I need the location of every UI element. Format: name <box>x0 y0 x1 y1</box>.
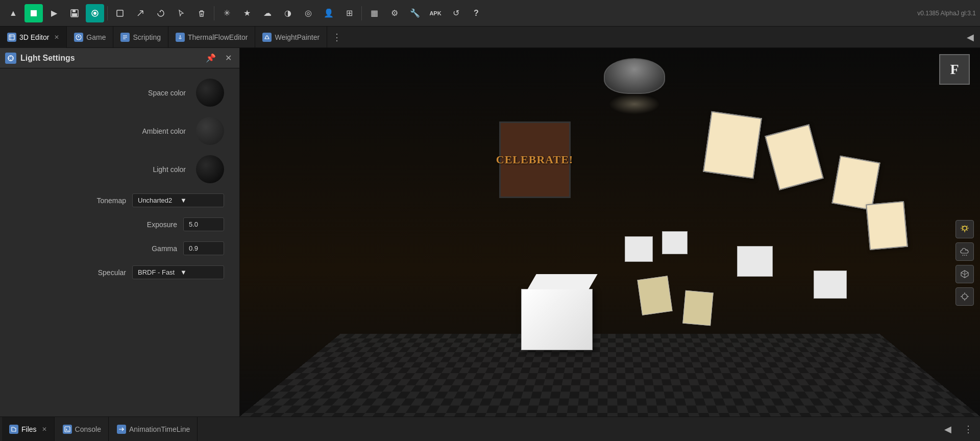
gear-button[interactable]: ⚙ <box>385 4 404 22</box>
tab-scripting[interactable]: Scripting <box>113 27 168 48</box>
viewport-tools <box>955 220 974 306</box>
bar-chart-button[interactable]: ▦ <box>365 4 383 22</box>
tab-weight[interactable]: WeightPainter <box>255 27 327 48</box>
tab-game-icon <box>74 33 83 42</box>
tabs-more-button[interactable]: ⋮ <box>327 32 347 43</box>
files-close-button[interactable]: ✕ <box>42 426 47 433</box>
play-button[interactable]: ▶ <box>45 4 63 22</box>
tab-weight-icon <box>262 33 272 42</box>
person-button[interactable]: 👤 <box>320 4 338 22</box>
tonemap-value: Uncharted2 <box>138 197 176 204</box>
sep2 <box>214 6 214 20</box>
version-label: v0.1385 AlphaJ gl:3.1 <box>917 10 976 17</box>
tab-3d-label: 3D Editor <box>19 33 49 41</box>
svg-point-5 <box>93 12 96 15</box>
tab-thermal-icon <box>176 33 185 42</box>
tab-thermal[interactable]: ThermalFlowEditor <box>168 27 255 48</box>
sun-button[interactable]: ✳ <box>217 4 236 22</box>
animation-label: AnimationTimeLine <box>129 425 190 433</box>
lamp-shade <box>604 58 665 94</box>
tab-scripting-icon <box>120 33 130 42</box>
scene-floor <box>240 334 980 416</box>
triangle-btn[interactable]: ▲ <box>4 4 22 22</box>
view-button[interactable] <box>86 4 104 22</box>
tonemap-chevron-icon: ▼ <box>180 197 218 204</box>
bottom-tab-animation[interactable]: AnimationTimeLine <box>110 417 198 442</box>
ambient-color-swatch[interactable] <box>196 117 224 145</box>
rotate-button[interactable] <box>152 4 170 22</box>
settings-button[interactable]: 🔧 <box>406 4 424 22</box>
paper-1 <box>637 276 672 315</box>
refresh-button[interactable]: ↺ <box>447 4 465 22</box>
console-label: Console <box>75 425 101 433</box>
exposure-value[interactable]: 5.0 <box>183 217 224 231</box>
panel-close-button[interactable]: ✕ <box>223 52 234 64</box>
sep3 <box>361 6 362 20</box>
star-button[interactable]: ★ <box>238 4 256 22</box>
tonemap-label: Tonemap <box>96 197 126 205</box>
frame-button[interactable] <box>111 4 129 22</box>
scene-lamp <box>604 58 665 99</box>
light-color-label: Light color <box>153 165 186 174</box>
art-panel-4 <box>703 111 762 179</box>
specular-select[interactable]: BRDF - Fast ▼ <box>132 265 224 279</box>
animation-icon <box>117 425 126 434</box>
crosshair-tool-button[interactable] <box>955 287 974 306</box>
panel-title: Light Settings <box>20 54 199 63</box>
tab-3d-editor[interactable]: 3D Editor ✕ <box>0 27 67 48</box>
tab-game[interactable]: Game <box>67 27 113 48</box>
svg-point-13 <box>962 294 967 299</box>
panel-content: Space color Ambient color Light color To… <box>0 68 239 416</box>
scene-poster: CELEBRATE! <box>499 121 571 198</box>
bottom-tabs-more-button[interactable]: ⋮ <box>959 424 978 435</box>
svg-rect-0 <box>31 10 37 16</box>
tabs-collapse-button[interactable]: ◀ <box>961 32 980 43</box>
apk-button[interactable]: APK <box>426 4 445 22</box>
viewport[interactable]: CELEBRATE! F <box>240 48 980 416</box>
white-box-3 <box>737 246 773 277</box>
bottombar: Files ✕ Console AnimationTimeLine ◀ ⋮ <box>0 416 980 441</box>
tabbar: 3D Editor ✕ Game Scripting ThermalFlowEd… <box>0 27 980 48</box>
bottom-tab-files[interactable]: Files ✕ <box>2 417 55 442</box>
poster-text: CELEBRATE! <box>496 153 573 166</box>
save-button[interactable] <box>65 4 84 22</box>
tonemap-select[interactable]: Uncharted2 ▼ <box>132 193 224 207</box>
svg-rect-2 <box>72 10 76 12</box>
gamma-value[interactable]: 0.9 <box>183 241 224 255</box>
white-box-2 <box>662 231 688 254</box>
space-color-row: Space color <box>15 79 224 107</box>
light-tool-button[interactable] <box>955 220 974 238</box>
svg-rect-6 <box>117 10 123 16</box>
cloud-button[interactable]: ☁ <box>258 4 277 22</box>
tab-3d-icon <box>7 33 16 42</box>
delete-button[interactable] <box>192 4 211 22</box>
tonemap-row: Tonemap Uncharted2 ▼ <box>15 193 224 207</box>
space-color-swatch[interactable] <box>196 79 224 107</box>
exposure-label: Exposure <box>147 220 177 229</box>
art-panel-2 <box>831 155 880 210</box>
tab-scripting-label: Scripting <box>133 33 160 41</box>
tab-3d-close[interactable]: ✕ <box>54 34 59 41</box>
light-color-swatch[interactable] <box>196 155 224 183</box>
corner-f-label: F <box>939 54 970 85</box>
transform-button[interactable] <box>131 4 150 22</box>
half-circle-button[interactable]: ◑ <box>279 4 297 22</box>
sep1 <box>107 6 108 20</box>
panel-header: Light Settings 📌 ✕ <box>0 48 239 68</box>
tab-weight-label: WeightPainter <box>275 33 320 41</box>
bottom-tab-console[interactable]: Console <box>56 417 109 442</box>
white-box-1 <box>625 236 653 262</box>
art-panel-3 <box>866 201 908 250</box>
cube-tool-button[interactable] <box>955 265 974 283</box>
panel-pin-button[interactable]: 📌 <box>203 52 218 64</box>
svg-rect-7 <box>9 35 14 40</box>
cursor-button[interactable] <box>172 4 190 22</box>
circle-button[interactable]: ◎ <box>299 4 317 22</box>
cloud-tool-button[interactable] <box>955 242 974 261</box>
plus-button[interactable]: ⊞ <box>340 4 358 22</box>
svg-rect-3 <box>72 13 77 16</box>
bottom-tabs-collapse-button[interactable]: ◀ <box>938 424 958 435</box>
stop-button[interactable] <box>24 4 43 22</box>
light-color-row: Light color <box>15 155 224 183</box>
help-button[interactable]: ? <box>467 4 485 22</box>
